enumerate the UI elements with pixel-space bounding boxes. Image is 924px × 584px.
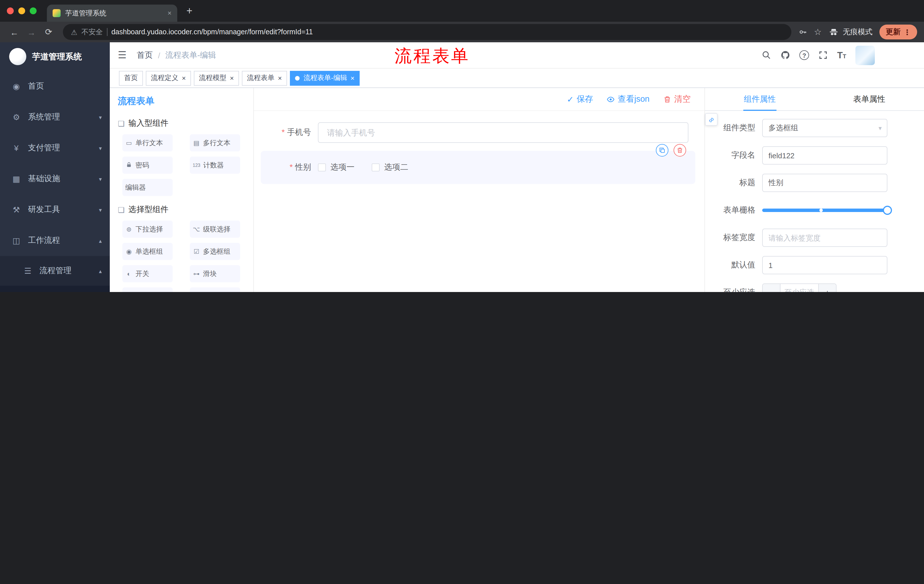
- title-input[interactable]: [762, 174, 888, 192]
- properties-tabs: 组件属性 表单属性: [705, 88, 924, 111]
- bookmark-star-icon[interactable]: ☆: [814, 27, 822, 37]
- single-line-text-icon: ▭: [125, 139, 133, 146]
- sidebar-item-label: 系统管理: [28, 112, 92, 122]
- tab-component-props[interactable]: 组件属性: [705, 88, 815, 110]
- link-icon[interactable]: ∞: [705, 113, 718, 126]
- pal-time-range[interactable]: ◶ 时间范围: [190, 288, 240, 292]
- close-icon[interactable]: ×: [350, 74, 355, 82]
- drawing-board[interactable]: 手机号 性别 选项一 选项二: [254, 111, 705, 292]
- tag-process-definition[interactable]: 流程定义 ×: [146, 71, 191, 86]
- pal-time-picker[interactable]: ◷ 时间选择: [122, 288, 173, 292]
- hamburger-icon[interactable]: ☰: [118, 49, 127, 61]
- field-gender-selected[interactable]: 性别 选项一 选项二: [261, 151, 695, 184]
- field-name-input[interactable]: [762, 146, 888, 165]
- pal-counter[interactable]: 123 计数器: [190, 156, 240, 174]
- pal-switch[interactable]: ◐ 开关: [122, 265, 173, 282]
- min-select-label: 至少应选: [716, 288, 762, 292]
- forward-icon[interactable]: →: [24, 27, 39, 37]
- font-size-icon[interactable]: TT: [837, 50, 846, 60]
- zoom-window-button[interactable]: [30, 7, 36, 14]
- input-components-grid: ▭ 单行文本 ▤ 多行文本 密码 123 计数: [117, 134, 246, 196]
- gender-option-2-checkbox[interactable]: 选项二: [372, 162, 408, 173]
- workflow-icon: ◫: [12, 236, 21, 245]
- gender-option-1-checkbox[interactable]: 选项一: [318, 162, 355, 173]
- min-select-value[interactable]: 至少应选: [780, 284, 819, 292]
- close-icon[interactable]: ×: [182, 74, 186, 82]
- chip-label: 单选框组: [135, 247, 163, 256]
- close-icon[interactable]: ×: [230, 74, 234, 82]
- increase-icon[interactable]: +: [819, 284, 836, 292]
- tag-process-form[interactable]: 流程表单 ×: [242, 71, 287, 86]
- update-label: 更新: [886, 27, 901, 37]
- chip-label: 单行文本: [135, 138, 163, 148]
- pal-single-line-text[interactable]: ▭ 单行文本: [122, 134, 173, 151]
- grid-slider[interactable]: [762, 201, 888, 219]
- update-browser-button[interactable]: 更新 ⋮: [879, 25, 917, 39]
- tab-close-icon[interactable]: ×: [168, 9, 172, 17]
- back-icon[interactable]: ←: [7, 27, 22, 37]
- slider-track[interactable]: [762, 209, 888, 212]
- default-value-input[interactable]: [762, 256, 888, 274]
- fullscreen-icon[interactable]: [818, 50, 828, 60]
- address-bar[interactable]: ⚠ 不安全 dashboard.yudao.iocoder.cn/bpm/man…: [63, 24, 791, 40]
- field-phone[interactable]: 手机号: [261, 122, 695, 143]
- slider-handle[interactable]: [883, 206, 892, 215]
- toolbar-right: ☆ 无痕模式 更新 ⋮: [798, 25, 917, 39]
- sidebar-item-infrastructure[interactable]: ▦ 基础设施 ▾: [0, 163, 110, 194]
- phone-input[interactable]: [318, 122, 688, 143]
- title-row: 标题: [716, 174, 888, 192]
- github-icon[interactable]: [780, 50, 790, 60]
- user-avatar[interactable]: [855, 45, 875, 65]
- gear-icon: ⚙: [12, 113, 21, 122]
- tag-process-model[interactable]: 流程模型 ×: [194, 71, 239, 86]
- reload-icon[interactable]: ⟳: [41, 27, 56, 37]
- minimize-window-button[interactable]: [18, 7, 25, 14]
- chevron-down-icon: ▾: [99, 176, 102, 182]
- decrease-icon[interactable]: −: [763, 284, 780, 292]
- pal-cascader[interactable]: ⌥ 级联选择: [190, 220, 240, 238]
- sidebar-item-dev-tools[interactable]: ⚒ 研发工具 ▾: [0, 194, 110, 225]
- browser-menu-kebab-icon[interactable]: ⋮: [903, 28, 911, 36]
- sidebar-item-home[interactable]: ◉ 首页: [0, 71, 110, 102]
- pal-checkbox-group[interactable]: ☑ 多选框组: [190, 243, 240, 260]
- tag-process-form-edit[interactable]: 流程表单-编辑 ×: [290, 71, 360, 86]
- checkbox-label: 选项一: [330, 162, 355, 173]
- help-icon[interactable]: ?: [799, 50, 809, 60]
- pal-password[interactable]: 密码: [122, 156, 173, 174]
- close-window-button[interactable]: [7, 7, 14, 14]
- breadcrumb-home[interactable]: 首页: [137, 50, 153, 60]
- pal-textarea[interactable]: ▤ 多行文本: [190, 134, 240, 151]
- view-json-button[interactable]: 查看json: [607, 94, 650, 105]
- main-area: ☰ 首页 / 流程表单-编辑 流程表单 ? TT 首页: [110, 42, 924, 292]
- sidebar-item-workflow[interactable]: ◫ 工作流程 ▴: [0, 225, 110, 256]
- sidebar-item-system-management[interactable]: ⚙ 系统管理 ▾: [0, 102, 110, 133]
- pal-select[interactable]: ⊚ 下拉选择: [122, 220, 173, 238]
- sidebar-item-process-form[interactable]: ▤ 流程表单: [0, 286, 110, 292]
- delete-component-button[interactable]: [673, 144, 686, 156]
- tag-label: 流程模型: [199, 73, 226, 83]
- sidebar-logo[interactable]: 芋道管理系统: [0, 42, 110, 71]
- view-json-label: 查看json: [618, 94, 650, 105]
- search-icon[interactable]: [762, 50, 771, 60]
- clear-button[interactable]: 清空: [663, 94, 691, 105]
- chip-label: 滑块: [203, 269, 217, 278]
- new-tab-button[interactable]: +: [186, 5, 192, 17]
- key-icon[interactable]: [798, 28, 807, 36]
- title-label: 标题: [716, 178, 762, 188]
- pal-editor[interactable]: 编辑器: [122, 179, 173, 196]
- sidebar-item-payment-management[interactable]: ¥ 支付管理 ▾: [0, 133, 110, 163]
- tag-home[interactable]: 首页: [119, 71, 143, 86]
- properties-body: 组件类型 多选框组 ▾ 字段名: [705, 111, 924, 292]
- copy-component-button[interactable]: [656, 144, 668, 156]
- sidebar-item-process-management[interactable]: ☰ 流程管理 ▴: [0, 256, 110, 286]
- browser-tab[interactable]: 芋道管理系统 ×: [47, 5, 177, 22]
- save-button[interactable]: ✓ 保存: [567, 94, 593, 105]
- component-type-select[interactable]: 多选框组 ▾: [762, 119, 888, 137]
- close-icon[interactable]: ×: [278, 74, 282, 82]
- url-text: dashboard.yudao.iocoder.cn/bpm/manager/f…: [111, 28, 313, 36]
- tab-form-props[interactable]: 表单属性: [815, 88, 924, 110]
- pal-radio-group[interactable]: ◉ 单选框组: [122, 243, 173, 260]
- chevron-down-icon: ▾: [99, 114, 102, 120]
- label-width-input[interactable]: [762, 229, 888, 247]
- pal-slider[interactable]: ⊶ 滑块: [190, 265, 240, 282]
